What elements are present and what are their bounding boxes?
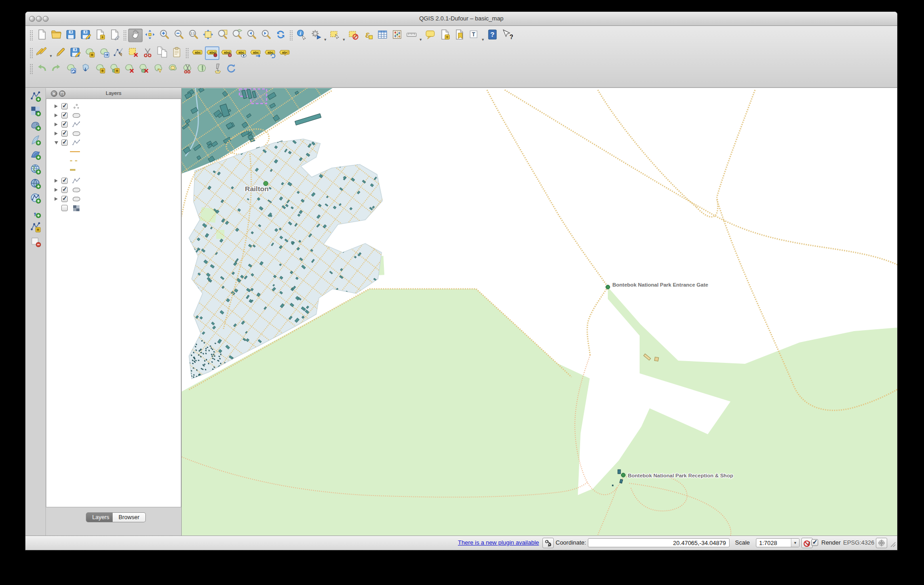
tab-browser[interactable]: Browser [113,512,146,522]
layer-item-places[interactable] [46,102,181,111]
layer-item-routes[interactable] [46,138,181,147]
zoom-next-button[interactable] [259,29,273,42]
change-label-properties-button[interactable]: abc [278,46,292,60]
add-part-button[interactable] [107,62,122,76]
paste-features-button[interactable] [169,46,184,60]
open-project-button[interactable] [49,29,64,42]
zoom-out-button[interactable] [172,29,186,42]
pan-map-to-selection-button[interactable] [143,29,157,42]
undo-button[interactable] [35,62,49,76]
delete-selected-button[interactable] [126,46,140,60]
help-contents-button[interactable]: ? [485,29,500,42]
layer-visibility-checkbox[interactable] [61,121,68,128]
identify-features-button[interactable]: i [294,29,309,42]
crs-status-icon[interactable] [876,538,887,548]
map-canvas[interactable]: RailtonBontebok National Park Entrance G… [181,88,897,535]
save-project-button[interactable] [64,29,78,42]
layer-visibility-checkbox[interactable] [61,196,68,202]
layer-expander-icon[interactable] [55,123,58,126]
new-bookmark-button[interactable] [437,29,452,42]
pan-map-button[interactable] [128,29,143,42]
layer-visibility-checkbox[interactable] [61,103,68,109]
layer-visibility-checkbox[interactable] [61,187,68,193]
tab-layers[interactable]: Layers [86,512,116,522]
run-feature-action-dropdown-arrow[interactable]: ▼ [323,26,328,45]
fill-ring-button[interactable] [209,62,224,76]
measure-button[interactable] [404,29,419,42]
measure-dropdown-arrow[interactable]: ▼ [419,26,423,45]
zoom-to-layer-button[interactable] [230,29,244,42]
add-vector-layer-button[interactable] [28,90,43,104]
map-view[interactable]: RailtonBontebok National Park Entrance G… [182,88,898,548]
show-hide-labels-button[interactable]: abc [234,46,248,60]
layer-item-school_property[interactable] [46,185,181,194]
layer-visibility-checkbox[interactable] [61,130,68,137]
merge-features-button[interactable] [194,62,209,76]
layer-labeling-options-button[interactable]: abc [190,46,205,60]
save-project-as-button[interactable] [78,29,93,42]
whats-this-button[interactable]: ? [500,29,514,42]
select-by-expression-button[interactable]: ε [361,29,375,42]
layer-expander-icon[interactable] [55,141,58,144]
layer-visibility-checkbox[interactable] [61,112,68,119]
reshape-features-button[interactable] [151,62,165,76]
layer-expander-icon[interactable] [55,197,58,201]
layer-symbology-item[interactable] [46,147,181,156]
add-wms-layer-button[interactable] [28,163,43,177]
layer-expander-icon[interactable] [55,104,58,108]
move-feature-button[interactable] [97,46,111,60]
map-tips-button[interactable] [423,29,437,42]
zoom-to-selection-button[interactable] [215,29,230,42]
add-spatialite-layer-button[interactable] [28,134,43,148]
zoom-in-button[interactable] [157,29,172,42]
rotate-point-symbols-button[interactable] [224,62,238,76]
scale-dropdown-arrow[interactable]: ▼ [791,539,799,547]
zoom-last-button[interactable] [244,29,259,42]
layer-expander-icon[interactable] [55,188,58,192]
add-delimited-text-layer-button[interactable]: , [28,206,43,221]
layer-item-3420C_2010_327_RGB_LATLNG[interactable] [46,203,181,213]
plugin-icon[interactable] [542,538,554,548]
add-postgis-layer-button[interactable] [28,119,43,134]
title-bar[interactable]: QGIS 2.0.1-Dufour – basic_map [25,12,897,26]
offset-curve-button[interactable] [165,62,180,76]
select-features-button[interactable] [328,29,342,42]
current-edits-dropdown-arrow[interactable]: ▼ [49,45,53,61]
layer-item-roads[interactable] [46,120,181,129]
layer-item-water[interactable] [46,129,181,138]
coordinate-input[interactable]: 20.47065,-34.04879 [588,538,730,547]
render-checkbox[interactable] [811,539,818,546]
layer-visibility-checkbox[interactable] [61,139,68,146]
delete-part-button[interactable] [136,62,151,76]
add-wfs-layer-button[interactable] [28,192,43,206]
run-feature-action-button[interactable] [309,29,323,42]
new-project-button[interactable] [35,29,49,42]
new-plugin-link[interactable]: There is a new plugin available [458,539,539,546]
select-features-dropdown-arrow[interactable]: ▼ [342,26,346,45]
layer-expander-icon[interactable] [55,179,58,183]
new-shapefile-layer-button[interactable] [28,221,43,235]
show-bookmarks-button[interactable] [452,29,467,42]
move-label-button[interactable]: abc [248,46,263,60]
rotate-label-button[interactable]: abc [263,46,278,60]
rotate-feature-button[interactable] [64,62,78,76]
layer-item-rivers[interactable] [46,176,181,185]
scale-combobox[interactable]: 1:7028 ▼ [756,538,800,547]
current-edits-button[interactable] [35,46,49,60]
layer-expander-icon[interactable] [55,114,58,117]
redo-button[interactable] [49,62,64,76]
add-mssql-layer-button[interactable] [28,148,43,163]
layer-item-landuse[interactable] [46,194,181,203]
layer-visibility-checkbox[interactable] [61,178,68,184]
node-tool-button[interactable] [111,46,126,60]
toggle-editing-button[interactable] [53,46,68,60]
refresh-map-button[interactable] [273,29,288,42]
layer-expander-icon[interactable] [55,132,58,135]
simplify-feature-button[interactable] [78,62,93,76]
add-wcs-layer-button[interactable] [28,177,43,192]
resize-grip-icon[interactable] [890,541,896,549]
deselect-features-button[interactable] [346,29,361,42]
delete-ring-button[interactable] [122,62,136,76]
text-annotation-dropdown-arrow[interactable]: ▼ [481,26,485,45]
new-print-composer-button[interactable] [93,29,107,42]
